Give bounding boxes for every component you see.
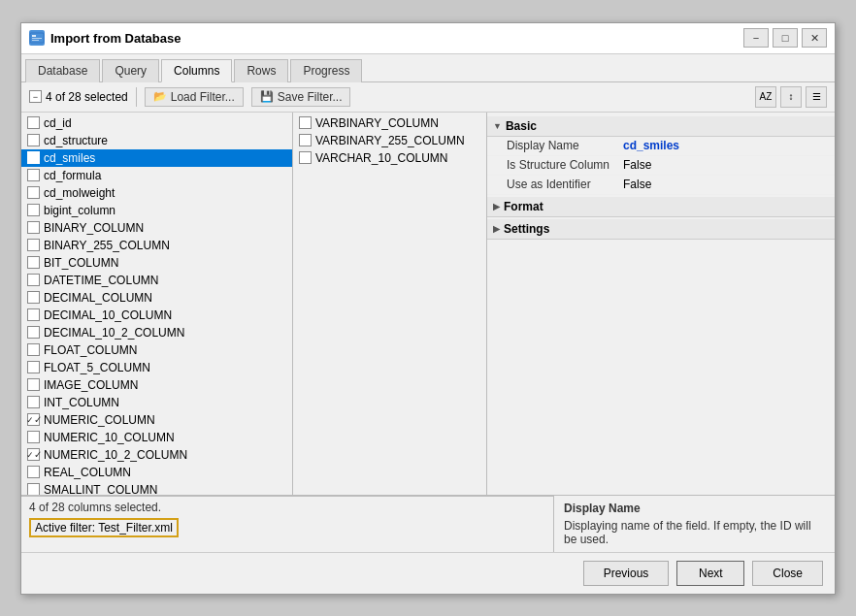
list-item[interactable]: IMAGE_COLUMN — [21, 376, 292, 394]
title-bar: Import from Database − □ ✕ — [21, 23, 835, 54]
tab-rows[interactable]: Rows — [234, 59, 288, 82]
sort-az-button[interactable]: AZ — [755, 86, 776, 108]
status-area: 4 of 28 columns selected. Active filter:… — [21, 496, 553, 552]
basic-section-title: Basic — [506, 119, 537, 133]
col-name-REAL_COLUMN: REAL_COLUMN — [44, 466, 131, 479]
tab-database[interactable]: Database — [25, 59, 100, 82]
is-structure-row: Is Structure Column False — [487, 156, 835, 176]
list-item[interactable]: VARCHAR_10_COLUMN — [293, 149, 486, 167]
col-name-VARBINARY_COLUMN: VARBINARY_COLUMN — [315, 116, 439, 130]
list-item[interactable]: BINARY_COLUMN — [21, 219, 292, 237]
col-checkbox-bigint_column[interactable] — [27, 204, 40, 216]
col-name-DECIMAL_COLUMN: DECIMAL_COLUMN — [44, 291, 152, 305]
col-checkbox-cd_smiles[interactable] — [27, 151, 40, 164]
sort-num-button[interactable]: ↕ — [780, 86, 802, 108]
save-filter-icon: 💾 — [260, 90, 274, 103]
col-checkbox-NUMERIC_10_2_COLUMN[interactable]: ✓ — [27, 448, 40, 461]
properties-panel: ▼ Basic Display Name cd_smiles Is Struct… — [487, 113, 835, 495]
col-checkbox-VARBINARY_COLUMN[interactable] — [299, 116, 312, 129]
list-item[interactable]: bigint_column — [21, 202, 292, 219]
is-structure-label: Is Structure Column — [507, 158, 623, 172]
col-name-DATETIME_COLUMN: DATETIME_COLUMN — [44, 274, 158, 287]
col-name-BINARY_COLUMN: BINARY_COLUMN — [44, 221, 144, 235]
col-name-NUMERIC_COLUMN: NUMERIC_COLUMN — [44, 413, 155, 427]
is-structure-value: False — [623, 158, 651, 172]
columns-view-button[interactable]: ☰ — [806, 86, 827, 108]
settings-triangle-icon: ▶ — [493, 224, 500, 234]
col-checkbox-DECIMAL_COLUMN[interactable] — [27, 291, 40, 304]
left-column-list: cd_id cd_structure cd_smiles cd_formula … — [21, 113, 292, 495]
list-item[interactable]: BIT_COLUMN — [21, 254, 292, 272]
col-checkbox-DECIMAL_10_2_COLUMN[interactable] — [27, 326, 40, 339]
list-item[interactable]: DECIMAL_10_COLUMN — [21, 307, 292, 324]
col-checkbox-INT_COLUMN[interactable] — [27, 396, 40, 408]
list-item[interactable]: NUMERIC_10_COLUMN — [21, 429, 292, 446]
list-item[interactable]: DATETIME_COLUMN — [21, 272, 292, 289]
close-window-button[interactable]: ✕ — [802, 28, 827, 48]
count-status: 4 of 28 columns selected. — [29, 501, 545, 514]
list-item[interactable]: INT_COLUMN — [21, 394, 292, 411]
basic-section: ▼ Basic Display Name cd_smiles Is Struct… — [487, 116, 835, 195]
list-item[interactable]: FLOAT_COLUMN — [21, 341, 292, 359]
col-checkbox-cd_id[interactable] — [27, 116, 40, 129]
display-name-value: cd_smiles — [623, 139, 679, 152]
format-triangle-icon: ▶ — [493, 202, 500, 211]
main-window: Import from Database − □ ✕ Database Quer… — [20, 22, 836, 595]
maximize-button[interactable]: □ — [773, 28, 798, 48]
list-item[interactable]: REAL_COLUMN — [21, 464, 292, 481]
col-checkbox-FLOAT_5_COLUMN[interactable] — [27, 361, 40, 373]
description-text: Displaying name of the field. If empty, … — [564, 519, 825, 546]
format-section: ▶ Format — [487, 197, 835, 217]
col-checkbox-DECIMAL_10_COLUMN[interactable] — [27, 308, 40, 321]
list-item[interactable]: ✓ NUMERIC_COLUMN — [21, 411, 292, 429]
list-item[interactable]: BINARY_255_COLUMN — [21, 237, 292, 254]
col-checkbox-BIT_COLUMN[interactable] — [27, 256, 40, 269]
settings-section-header[interactable]: ▶ Settings — [487, 219, 835, 240]
tab-progress[interactable]: Progress — [290, 59, 362, 82]
col-checkbox-DATETIME_COLUMN[interactable] — [27, 274, 40, 286]
col-name-FLOAT_5_COLUMN: FLOAT_5_COLUMN — [44, 361, 150, 374]
col-checkbox-VARCHAR_10_COLUMN[interactable] — [299, 151, 312, 164]
list-item[interactable]: VARBINARY_COLUMN — [293, 114, 486, 132]
list-item[interactable]: SMALLINT_COLUMN — [21, 481, 292, 495]
load-filter-button[interactable]: 📂 Load Filter... — [145, 87, 244, 107]
col-checkbox-NUMERIC_10_COLUMN[interactable] — [27, 431, 40, 443]
description-panel: Display Name Displaying name of the fiel… — [553, 496, 835, 552]
list-item[interactable]: DECIMAL_10_2_COLUMN — [21, 324, 292, 341]
col-checkbox-VARBINARY_255_COLUMN[interactable] — [299, 134, 312, 146]
window-title: Import from Database — [50, 31, 743, 46]
col-checkbox-IMAGE_COLUMN[interactable] — [27, 378, 40, 391]
close-button[interactable]: Close — [752, 561, 823, 586]
list-item[interactable]: FLOAT_5_COLUMN — [21, 359, 292, 376]
format-section-header[interactable]: ▶ Format — [487, 197, 835, 217]
col-checkbox-cd_molweight[interactable] — [27, 186, 40, 199]
svg-rect-2 — [32, 38, 42, 39]
previous-button[interactable]: Previous — [583, 561, 670, 586]
list-item[interactable]: cd_molweight — [21, 184, 292, 202]
list-item-selected[interactable]: cd_smiles — [21, 149, 292, 167]
description-title: Display Name — [564, 502, 825, 515]
use-as-id-label: Use as Identifier — [507, 178, 623, 191]
list-item[interactable]: cd_id — [21, 114, 292, 132]
col-checkbox-REAL_COLUMN[interactable] — [27, 466, 40, 478]
col-checkbox-BINARY_COLUMN[interactable] — [27, 221, 40, 234]
list-item[interactable]: ✓ NUMERIC_10_2_COLUMN — [21, 446, 292, 464]
list-item[interactable]: VARBINARY_255_COLUMN — [293, 132, 486, 149]
list-item[interactable]: cd_formula — [21, 167, 292, 184]
display-name-label: Display Name — [507, 139, 623, 152]
col-checkbox-BINARY_255_COLUMN[interactable] — [27, 239, 40, 251]
list-item[interactable]: cd_structure — [21, 132, 292, 149]
col-checkbox-SMALLINT_COLUMN[interactable] — [27, 483, 40, 495]
basic-section-header[interactable]: ▼ Basic — [487, 116, 835, 137]
list-item[interactable]: DECIMAL_COLUMN — [21, 289, 292, 307]
tab-columns[interactable]: Columns — [161, 59, 232, 82]
select-all-checkbox[interactable]: − — [29, 90, 42, 103]
save-filter-button[interactable]: 💾 Save Filter... — [251, 87, 351, 107]
col-checkbox-cd_formula[interactable] — [27, 169, 40, 181]
col-checkbox-cd_structure[interactable] — [27, 134, 40, 146]
minimize-button[interactable]: − — [743, 28, 769, 48]
col-checkbox-FLOAT_COLUMN[interactable] — [27, 343, 40, 356]
col-checkbox-NUMERIC_COLUMN[interactable]: ✓ — [27, 413, 40, 426]
next-button[interactable]: Next — [676, 561, 744, 586]
tab-query[interactable]: Query — [102, 59, 159, 82]
